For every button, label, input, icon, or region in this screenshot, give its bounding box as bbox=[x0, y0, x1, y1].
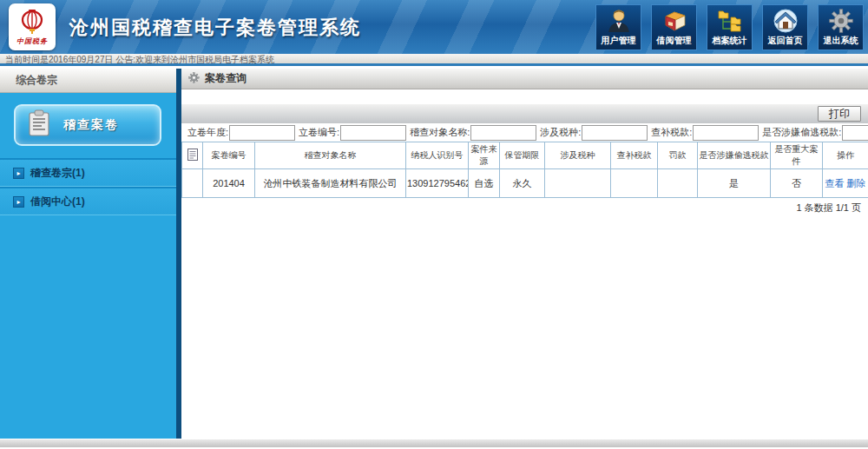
col-case-no: 案卷编号 bbox=[203, 142, 255, 169]
row-icon-cell bbox=[182, 169, 203, 198]
sidebar: 综合卷宗 稽查案卷 ▸ 稽查卷宗(1) ▸ 借阅中心(1) bbox=[0, 69, 176, 439]
nav-return-home[interactable]: 返回首页 bbox=[762, 4, 808, 50]
cell-supplement-tax bbox=[611, 169, 658, 198]
page-title: 案卷查询 bbox=[205, 71, 247, 86]
filter-label-year: 立卷年度: bbox=[187, 126, 228, 139]
doc-icon-header bbox=[182, 142, 203, 169]
filter-label-tax-types: 涉及税种: bbox=[540, 126, 581, 139]
nav-label: 借阅管理 bbox=[657, 35, 692, 47]
print-button[interactable]: 打印 bbox=[818, 106, 861, 122]
filter-bar: 立卷年度: 立卷编号: 稽查对象名称: 涉及税种: 查补税款: 是否涉嫌偷逃税款… bbox=[181, 123, 868, 142]
app-title: 沧州国税稽查电子案卷管理系统 bbox=[69, 15, 361, 41]
filter-input-supplement-tax[interactable] bbox=[693, 125, 759, 141]
arrow-bullet-icon: ▸ bbox=[13, 196, 24, 208]
nav-user-management[interactable]: 用户管理 bbox=[595, 4, 641, 50]
filter-label-target-name: 稽查对象名称: bbox=[410, 126, 470, 139]
main-content: 案卷查询 打印 立卷年度: 立卷编号: 稽查对象名称: 涉及税种: 查补税款: … bbox=[181, 69, 868, 439]
filter-input-tax-types[interactable] bbox=[582, 125, 648, 141]
user-icon bbox=[606, 7, 632, 35]
cell-taxpayer-id: 130912795462559 bbox=[406, 169, 469, 198]
gear-icon bbox=[828, 7, 854, 35]
col-target-name: 稽查对象名称 bbox=[255, 142, 406, 169]
gear-small-icon bbox=[188, 72, 200, 86]
cell-actions: 查看 删除 bbox=[823, 169, 868, 198]
table-header-row: 案卷编号 稽查对象名称 纳税人识别号 案件来源 保管期限 涉及税种 查补税款 罚… bbox=[182, 142, 868, 169]
filter-input-tax-evasion[interactable] bbox=[842, 125, 868, 141]
view-link[interactable]: 查看 bbox=[825, 178, 844, 188]
sidebar-main-button[interactable]: 稽查案卷 bbox=[14, 104, 161, 146]
arrow-bullet-icon: ▸ bbox=[13, 168, 24, 179]
notice-bar: 当前时间是2016年09月27日 公告:欢迎来到沧州市国税局电子档案系统 bbox=[0, 54, 868, 66]
lantern-icon bbox=[19, 8, 45, 37]
col-supplement-tax: 查补税款 bbox=[611, 142, 658, 169]
pagination: 1 条数据 1/1 页 bbox=[181, 198, 868, 215]
cell-storage-period: 永久 bbox=[500, 169, 545, 198]
sidebar-header: 综合卷宗 bbox=[0, 69, 176, 93]
sidebar-main-button-label: 稽查案卷 bbox=[63, 117, 119, 133]
col-actions: 操作 bbox=[823, 142, 868, 169]
cell-fine bbox=[658, 169, 698, 198]
col-fine: 罚款 bbox=[658, 142, 698, 169]
toolbar: 打印 bbox=[181, 104, 868, 123]
cell-case-source: 自选 bbox=[469, 169, 500, 198]
nav-label: 返回首页 bbox=[768, 35, 803, 47]
bottom-scrollbar[interactable] bbox=[0, 439, 868, 447]
clipboard-icon bbox=[27, 109, 51, 141]
filter-label-tax-evasion: 是否涉嫌偷逃税款: bbox=[762, 126, 841, 139]
logo-text: 中国税务 bbox=[16, 36, 48, 46]
col-tax-types: 涉及税种 bbox=[545, 142, 611, 169]
col-case-source: 案件来源 bbox=[469, 142, 500, 169]
nav-label: 退出系统 bbox=[824, 35, 858, 47]
filter-input-number[interactable] bbox=[340, 125, 406, 141]
sidebar-item-borrow-center[interactable]: ▸ 借阅中心(1) bbox=[0, 187, 176, 215]
page-titlebar: 案卷查询 bbox=[181, 69, 868, 89]
cell-tax-evasion: 是 bbox=[698, 169, 771, 198]
top-nav: 用户管理 借阅管理 bbox=[595, 4, 864, 50]
home-icon bbox=[773, 7, 799, 35]
filter-label-number: 立卷编号: bbox=[299, 126, 339, 139]
folder-tree-icon bbox=[716, 7, 744, 35]
col-tax-evasion: 是否涉嫌偷逃税款 bbox=[698, 142, 771, 169]
tax-logo: 中国税务 bbox=[9, 3, 56, 50]
sidebar-item-inspection-files[interactable]: ▸ 稽查卷宗(1) bbox=[0, 158, 176, 187]
nav-archive-statistics[interactable]: 档案统计 bbox=[707, 4, 753, 50]
delete-link[interactable]: 删除 bbox=[847, 178, 866, 188]
nav-exit-system[interactable]: 退出系统 bbox=[818, 4, 864, 50]
table-row: 201404 沧州中铁装备制造材料有限公司 130912795462559 自选… bbox=[182, 169, 868, 198]
nav-borrow-management[interactable]: 借阅管理 bbox=[651, 4, 697, 50]
col-major-case: 是否重大案件 bbox=[771, 142, 823, 169]
cell-case-no: 201404 bbox=[203, 169, 255, 198]
col-taxpayer-id: 纳税人识别号 bbox=[406, 142, 469, 169]
cell-tax-types bbox=[545, 169, 611, 198]
app-header: 中国税务 沧州国税稽查电子案卷管理系统 用户管理 bbox=[0, 0, 868, 54]
archive-box-icon bbox=[661, 7, 688, 35]
filter-label-supplement-tax: 查补税款: bbox=[651, 126, 692, 139]
sidebar-item-label: 稽查卷宗(1) bbox=[30, 166, 85, 181]
sidebar-menu: ▸ 稽查卷宗(1) ▸ 借阅中心(1) bbox=[0, 158, 176, 215]
filter-input-target-name[interactable] bbox=[470, 125, 536, 141]
nav-label: 档案统计 bbox=[713, 35, 747, 47]
filter-input-year[interactable] bbox=[229, 125, 295, 141]
nav-label: 用户管理 bbox=[602, 35, 636, 47]
col-storage-period: 保管期限 bbox=[500, 142, 545, 169]
document-icon bbox=[187, 153, 198, 162]
case-table: 案卷编号 稽查对象名称 纳税人识别号 案件来源 保管期限 涉及税种 查补税款 罚… bbox=[181, 142, 868, 198]
sidebar-item-label: 借阅中心(1) bbox=[30, 195, 85, 209]
cell-major-case: 否 bbox=[771, 169, 823, 198]
cell-target-name: 沧州中铁装备制造材料有限公司 bbox=[255, 169, 406, 198]
